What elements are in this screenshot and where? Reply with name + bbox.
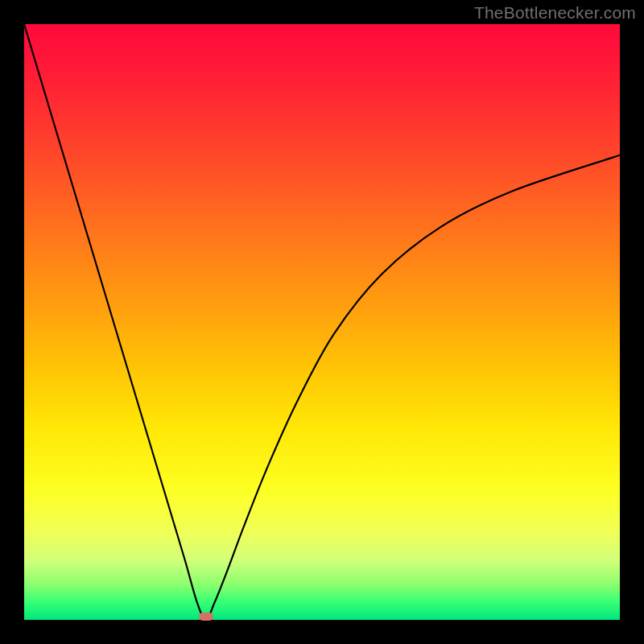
trough-marker bbox=[199, 613, 213, 621]
watermark-text: TheBottlenecker.com bbox=[474, 3, 636, 23]
bottleneck-curve bbox=[24, 24, 620, 620]
chart-frame: TheBottlenecker.com bbox=[0, 0, 644, 644]
plot-area bbox=[24, 24, 620, 620]
